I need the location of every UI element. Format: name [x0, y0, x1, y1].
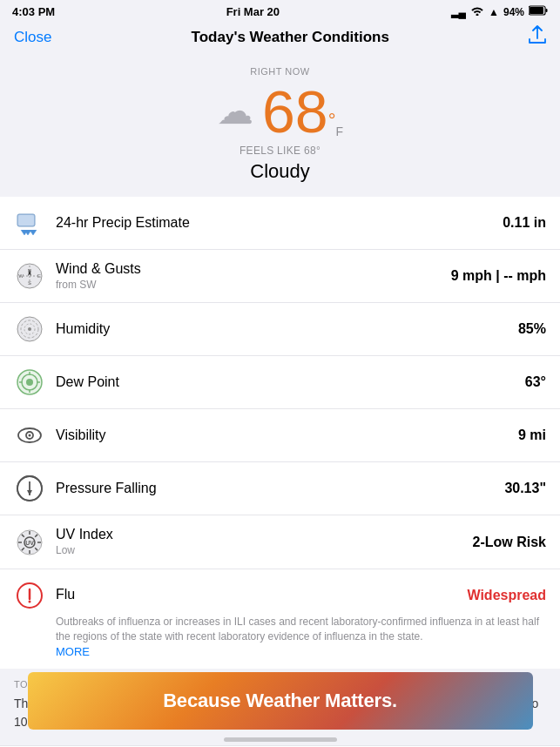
weather-item-precip: 24-hr Precip Estimate 0.11 in [0, 197, 560, 250]
close-button[interactable]: Close [14, 29, 51, 46]
svg-rect-2 [530, 7, 543, 14]
temperature-value: 68 [262, 78, 328, 145]
ad-banner[interactable]: Because Weather Matters. [28, 672, 533, 730]
svg-rect-4 [18, 215, 34, 225]
ad-text: Because Weather Matters. [163, 690, 397, 712]
status-bar: 4:03 PM Fri Mar 20 ▂▄ ▲ 94% [0, 0, 560, 22]
uv-label: UV Index Low [56, 526, 473, 557]
page-title: Today's Weather Conditions [192, 29, 389, 46]
flu-value: Widespread [467, 588, 546, 603]
svg-point-26 [29, 434, 31, 437]
wind-icon: N S W E [14, 260, 45, 292]
flu-more-button[interactable]: MORE [14, 645, 90, 658]
humidity-icon [14, 313, 45, 345]
dew-value: 63° [525, 374, 546, 390]
flu-top-row: Flu Widespread [14, 580, 546, 611]
pressure-value: 30.13" [504, 481, 546, 496]
weather-item-flu: Flu Widespread Outbreaks of influenza or… [0, 569, 560, 670]
svg-text:W: W [18, 273, 24, 279]
svg-text:S: S [28, 280, 31, 286]
pressure-icon [14, 473, 45, 504]
weather-item-wind: N S W E Wind & Gusts from SW 9 mph | -- … [0, 250, 560, 303]
visibility-value: 9 mi [518, 427, 546, 443]
temperature-display: 68°F [262, 82, 343, 141]
right-now-label: RIGHT NOW [17, 66, 543, 77]
weather-item-humidity: Humidity 85% [0, 303, 560, 356]
wind-label: Wind & Gusts from SW [56, 260, 451, 292]
home-indicator [224, 737, 337, 742]
weather-items-list: 24-hr Precip Estimate 0.11 in N S W E Wi… [0, 197, 560, 669]
svg-marker-30 [27, 490, 32, 495]
condition: Cloudy [17, 160, 543, 183]
visibility-label: Visibility [56, 427, 518, 445]
svg-point-16 [28, 327, 31, 331]
flu-label: Flu [56, 586, 467, 604]
weather-item-visibility: Visibility 9 mi [0, 409, 560, 462]
flu-icon [14, 580, 45, 611]
cloud-icon: ☁ [217, 93, 253, 130]
uv-value: 2-Low Risk [473, 535, 546, 550]
current-conditions: RIGHT NOW ☁ 68°F FEELS LIKE 68° Cloudy [0, 56, 560, 197]
dew-icon [14, 367, 45, 398]
svg-rect-1 [546, 9, 548, 12]
battery-level: 94% [503, 6, 524, 18]
pressure-label: Pressure Falling [56, 480, 504, 498]
status-date: Fri Mar 20 [226, 5, 280, 18]
flu-description: Outbreaks of influenza or increases in I… [14, 615, 546, 644]
status-time: 4:03 PM [12, 5, 55, 18]
battery-icon [529, 5, 548, 18]
temperature-row: ☁ 68°F [17, 82, 543, 141]
weather-item-pressure: Pressure Falling 30.13" [0, 462, 560, 515]
dew-label: Dew Point [56, 374, 525, 392]
weather-item-uv: UV UV Index Low 2-Low Risk [0, 515, 560, 569]
humidity-label: Humidity [56, 320, 518, 339]
svg-text:UV: UV [25, 540, 34, 546]
precip-icon [14, 207, 45, 239]
svg-text:E: E [37, 273, 41, 279]
status-icons: ▂▄ ▲ 94% [451, 5, 548, 18]
share-button[interactable] [529, 25, 546, 49]
temp-scale: F [335, 124, 343, 138]
location-icon: ▲ [489, 6, 499, 18]
wind-value: 9 mph | -- mph [451, 268, 546, 284]
signal-icon: ▂▄ [451, 6, 467, 18]
svg-point-19 [26, 379, 33, 386]
wifi-icon [470, 5, 484, 18]
uv-icon: UV [14, 527, 45, 558]
precip-value: 0.11 in [503, 215, 546, 231]
visibility-icon [14, 420, 45, 451]
humidity-value: 85% [518, 321, 546, 337]
precip-label: 24-hr Precip Estimate [56, 214, 503, 232]
svg-point-44 [29, 600, 31, 602]
feels-like: FEELS LIKE 68° [17, 145, 543, 157]
nav-bar: Close Today's Weather Conditions [0, 22, 560, 56]
weather-item-dew: Dew Point 63° [0, 356, 560, 409]
